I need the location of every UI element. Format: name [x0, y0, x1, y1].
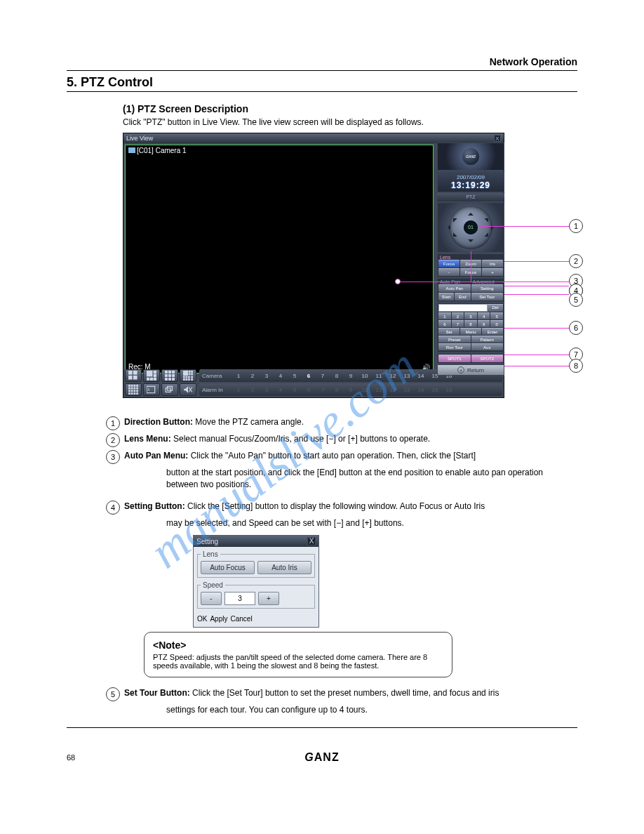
- live-view-video[interactable]: [C01] Camera 1 Rec: M 🔊: [125, 145, 434, 373]
- minus-button[interactable]: -: [438, 268, 459, 276]
- spot1-button[interactable]: SPOT1: [438, 355, 471, 362]
- numpad-key[interactable]: 3: [464, 312, 477, 319]
- brand-logo: GANZ: [437, 143, 504, 171]
- speed-minus-button[interactable]: -: [201, 592, 222, 605]
- layout-4x4-button[interactable]: [125, 383, 142, 396]
- alarm-num[interactable]: 6: [302, 387, 316, 393]
- pattern-key[interactable]: Pattern: [471, 336, 504, 343]
- alarm-num[interactable]: 8: [330, 387, 344, 393]
- arrow-up-icon[interactable]: [468, 210, 474, 216]
- alarm-num[interactable]: 1: [232, 387, 246, 393]
- alarm-num[interactable]: 10: [358, 387, 372, 393]
- aux-key[interactable]: Aux: [471, 343, 504, 350]
- clock-panel: 2007/02/09 13:19:29: [437, 171, 504, 192]
- return-button[interactable]: Return: [437, 364, 504, 376]
- camera-num[interactable]: 9: [344, 373, 358, 379]
- menu-key[interactable]: Menu: [460, 328, 481, 335]
- alarm-num[interactable]: 3: [260, 387, 274, 393]
- callout-circle-5: 5: [569, 293, 583, 307]
- arrow-left-icon[interactable]: [445, 225, 450, 230]
- alarm-num[interactable]: 7: [316, 387, 330, 393]
- speed-plus-button[interactable]: +: [258, 592, 279, 605]
- cancel-button[interactable]: Cancel: [230, 615, 252, 623]
- note-box-wrap: <Note> PTZ Speed: adjusts the pan/tilt s…: [144, 632, 577, 677]
- mute-button[interactable]: [180, 383, 196, 396]
- auto-focus-button[interactable]: Auto Focus: [201, 561, 255, 574]
- arrow-down-icon[interactable]: [468, 239, 474, 245]
- enter-key[interactable]: Enter: [482, 328, 503, 335]
- alarm-num[interactable]: 5: [288, 387, 302, 393]
- set-key[interactable]: Set: [438, 328, 459, 335]
- numpad-key[interactable]: 4: [478, 312, 490, 319]
- alarm-num[interactable]: 13: [400, 387, 414, 393]
- camera-num[interactable]: 14: [414, 373, 428, 379]
- camera-num[interactable]: 7: [316, 373, 330, 379]
- camera-num[interactable]: 2: [246, 373, 260, 379]
- layout-1p5-button[interactable]: [143, 369, 160, 382]
- close-icon[interactable]: X: [307, 537, 316, 545]
- numpad-key[interactable]: 1: [438, 312, 451, 319]
- alarm-num[interactable]: 9: [344, 387, 358, 393]
- auto-iris-button[interactable]: Auto Iris: [257, 561, 311, 574]
- layout-1p12-button[interactable]: [180, 369, 196, 382]
- numpad-key[interactable]: 0: [490, 320, 503, 327]
- settour-button[interactable]: Set Tour: [471, 293, 504, 300]
- autopan-start-button[interactable]: Start: [438, 293, 454, 300]
- camera-num[interactable]: 1: [232, 373, 246, 379]
- legend: 1 Direction Button: Move the PTZ camera …: [106, 416, 577, 529]
- ptz-hub[interactable]: 01: [464, 220, 478, 234]
- camera-num[interactable]: 12: [386, 373, 400, 379]
- iris-button[interactable]: Iris: [482, 260, 503, 267]
- callout-line: [504, 366, 569, 366]
- camera-row-label: Camera: [202, 373, 232, 379]
- svg-rect-29: [186, 378, 188, 380]
- camera-num[interactable]: 6: [302, 373, 316, 379]
- numpad-key[interactable]: 2: [452, 312, 464, 319]
- numpad-del-button[interactable]: Del: [488, 304, 503, 312]
- focus-button[interactable]: Focus: [438, 260, 459, 267]
- alarm-num[interactable]: 14: [414, 387, 428, 393]
- numpad-key[interactable]: 8: [464, 320, 477, 327]
- callout-line: [471, 282, 569, 282]
- live-view-screenshot: Live View X [C01] Camera 1 Rec: M 🔊 A: [123, 133, 628, 406]
- numpad-key[interactable]: 5: [490, 312, 503, 319]
- svg-rect-7: [147, 378, 149, 380]
- callout-circle-8: 8: [569, 359, 583, 373]
- camera-num[interactable]: 8: [330, 373, 344, 379]
- camera-num[interactable]: 10: [358, 373, 372, 379]
- camera-num[interactable]: 11: [372, 373, 386, 379]
- camera-num[interactable]: 3: [260, 373, 274, 379]
- subsection-title: (1) PTZ Screen Description: [123, 103, 577, 114]
- autopan-end-button[interactable]: End: [455, 293, 470, 300]
- ptz-label: PTZ: [437, 193, 504, 201]
- preset-key[interactable]: Preset: [438, 336, 471, 343]
- legend-row-4b: may be selected, and Speed can be set wi…: [166, 517, 577, 529]
- alarm-num[interactable]: 11: [372, 387, 386, 393]
- layout-2x2-button[interactable]: [125, 369, 142, 382]
- camera-num[interactable]: 5: [288, 373, 302, 379]
- sequence-button[interactable]: [161, 383, 178, 396]
- numpad-key[interactable]: 7: [452, 320, 464, 327]
- alarm-num[interactable]: 4: [274, 387, 288, 393]
- close-icon[interactable]: X: [494, 135, 501, 142]
- autopan-button[interactable]: Auto Pan: [438, 284, 471, 292]
- camera-num[interactable]: 4: [274, 373, 288, 379]
- setting-button[interactable]: Setting: [471, 284, 504, 292]
- apply-button[interactable]: Apply: [210, 615, 227, 623]
- plus-button[interactable]: +: [482, 268, 503, 276]
- spot2-button[interactable]: SPOT2: [471, 355, 504, 362]
- osd-button[interactable]: A: [143, 383, 160, 396]
- svg-rect-42: [133, 390, 135, 392]
- svg-rect-12: [172, 371, 175, 373]
- runtour-key[interactable]: Run Tour: [438, 343, 471, 350]
- alarm-num[interactable]: 12: [386, 387, 400, 393]
- numpad-key[interactable]: 9: [478, 320, 490, 327]
- camera-num[interactable]: 13: [400, 373, 414, 379]
- callout-line: [504, 286, 569, 286]
- numpad-key[interactable]: 6: [438, 320, 451, 327]
- svg-rect-30: [188, 378, 190, 380]
- alarm-num[interactable]: 2: [246, 387, 260, 393]
- layout-3x3-button[interactable]: [161, 369, 178, 382]
- ptz-direction-pad[interactable]: 01: [437, 202, 504, 253]
- ok-button[interactable]: OK: [197, 615, 207, 623]
